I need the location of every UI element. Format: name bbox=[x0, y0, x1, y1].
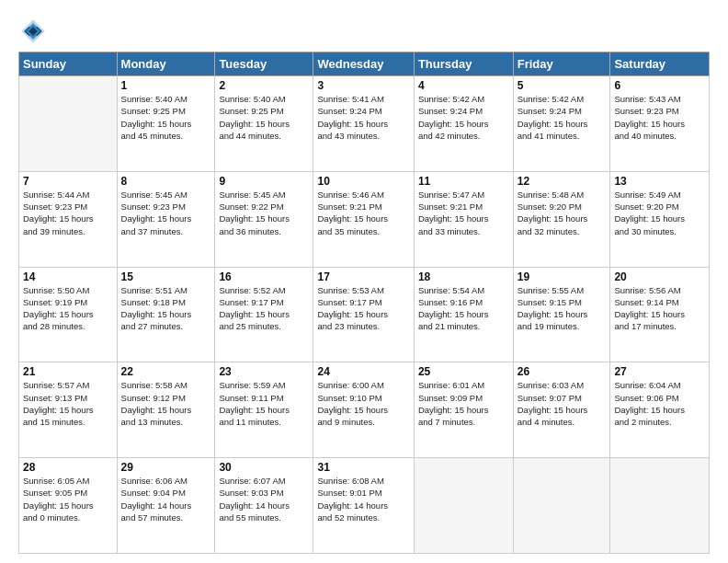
day-info: Sunrise: 5:55 AMSunset: 9:15 PMDaylight:… bbox=[518, 284, 607, 333]
day-cell: 17Sunrise: 5:53 AMSunset: 9:17 PMDayligh… bbox=[313, 267, 414, 362]
day-cell: 23Sunrise: 5:59 AMSunset: 9:11 PMDayligh… bbox=[215, 362, 313, 458]
day-info: Sunrise: 5:42 AMSunset: 9:24 PMDaylight:… bbox=[518, 93, 607, 142]
header-row: SundayMondayTuesdayWednesdayThursdayFrid… bbox=[19, 52, 710, 76]
day-info: Sunrise: 5:52 AMSunset: 9:17 PMDaylight:… bbox=[219, 284, 309, 333]
day-number: 12 bbox=[518, 175, 607, 188]
day-number: 16 bbox=[219, 270, 309, 283]
day-info: Sunrise: 5:57 AMSunset: 9:13 PMDaylight:… bbox=[23, 379, 113, 428]
header-cell-wednesday: Wednesday bbox=[313, 52, 414, 76]
day-info: Sunrise: 5:54 AMSunset: 9:16 PMDaylight:… bbox=[418, 284, 509, 333]
day-number: 25 bbox=[418, 365, 509, 378]
day-number: 10 bbox=[317, 175, 409, 188]
page: SundayMondayTuesdayWednesdayThursdayFrid… bbox=[0, 0, 728, 563]
header-cell-saturday: Saturday bbox=[610, 52, 710, 76]
day-info: Sunrise: 5:51 AMSunset: 9:18 PMDaylight:… bbox=[121, 284, 211, 333]
day-number: 26 bbox=[518, 365, 607, 378]
day-cell: 24Sunrise: 6:00 AMSunset: 9:10 PMDayligh… bbox=[313, 362, 414, 458]
day-info: Sunrise: 5:43 AMSunset: 9:23 PMDaylight:… bbox=[614, 93, 705, 142]
day-info: Sunrise: 5:45 AMSunset: 9:22 PMDaylight:… bbox=[219, 189, 309, 237]
day-info: Sunrise: 5:42 AMSunset: 9:24 PMDaylight:… bbox=[418, 93, 509, 142]
day-cell bbox=[610, 458, 710, 554]
day-cell: 11Sunrise: 5:47 AMSunset: 9:21 PMDayligh… bbox=[414, 171, 513, 267]
day-cell: 4Sunrise: 5:42 AMSunset: 9:24 PMDaylight… bbox=[414, 76, 513, 172]
day-number: 5 bbox=[518, 79, 607, 92]
day-number: 30 bbox=[219, 461, 309, 474]
day-number: 24 bbox=[317, 365, 409, 378]
day-number: 3 bbox=[317, 79, 409, 92]
day-info: Sunrise: 6:07 AMSunset: 9:03 PMDaylight:… bbox=[219, 475, 309, 523]
day-number: 8 bbox=[121, 175, 211, 188]
day-cell: 20Sunrise: 5:56 AMSunset: 9:14 PMDayligh… bbox=[610, 267, 710, 362]
day-info: Sunrise: 5:40 AMSunset: 9:25 PMDaylight:… bbox=[121, 93, 211, 142]
day-info: Sunrise: 5:58 AMSunset: 9:12 PMDaylight:… bbox=[121, 379, 211, 428]
day-number: 13 bbox=[614, 175, 705, 188]
day-number: 27 bbox=[614, 365, 705, 378]
day-number: 17 bbox=[317, 270, 409, 283]
day-cell: 29Sunrise: 6:06 AMSunset: 9:04 PMDayligh… bbox=[117, 458, 215, 554]
day-number: 28 bbox=[23, 461, 113, 474]
day-number: 22 bbox=[121, 365, 211, 378]
day-number: 29 bbox=[121, 461, 211, 474]
day-cell bbox=[19, 76, 118, 172]
day-number: 4 bbox=[418, 79, 509, 92]
day-cell: 16Sunrise: 5:52 AMSunset: 9:17 PMDayligh… bbox=[215, 267, 313, 362]
calendar-header: SundayMondayTuesdayWednesdayThursdayFrid… bbox=[19, 52, 710, 76]
day-cell bbox=[513, 458, 610, 554]
day-cell: 5Sunrise: 5:42 AMSunset: 9:24 PMDaylight… bbox=[513, 76, 610, 172]
day-number: 21 bbox=[23, 365, 113, 378]
week-row-5: 28Sunrise: 6:05 AMSunset: 9:05 PMDayligh… bbox=[19, 458, 710, 554]
day-info: Sunrise: 5:49 AMSunset: 9:20 PMDaylight:… bbox=[614, 189, 705, 237]
day-cell: 10Sunrise: 5:46 AMSunset: 9:21 PMDayligh… bbox=[313, 171, 414, 267]
day-number: 14 bbox=[23, 270, 113, 283]
day-info: Sunrise: 6:04 AMSunset: 9:06 PMDaylight:… bbox=[614, 379, 705, 428]
day-cell: 2Sunrise: 5:40 AMSunset: 9:25 PMDaylight… bbox=[215, 76, 313, 172]
day-cell: 21Sunrise: 5:57 AMSunset: 9:13 PMDayligh… bbox=[19, 362, 118, 458]
logo-icon bbox=[18, 17, 48, 46]
day-cell: 7Sunrise: 5:44 AMSunset: 9:23 PMDaylight… bbox=[19, 171, 118, 267]
day-info: Sunrise: 5:44 AMSunset: 9:23 PMDaylight:… bbox=[23, 189, 113, 237]
day-number: 23 bbox=[219, 365, 309, 378]
header bbox=[18, 17, 710, 46]
day-cell: 3Sunrise: 5:41 AMSunset: 9:24 PMDaylight… bbox=[313, 76, 414, 172]
day-cell bbox=[414, 458, 513, 554]
day-cell: 18Sunrise: 5:54 AMSunset: 9:16 PMDayligh… bbox=[414, 267, 513, 362]
header-cell-tuesday: Tuesday bbox=[215, 52, 313, 76]
day-info: Sunrise: 6:00 AMSunset: 9:10 PMDaylight:… bbox=[317, 379, 409, 428]
day-info: Sunrise: 6:08 AMSunset: 9:01 PMDaylight:… bbox=[317, 475, 409, 523]
day-info: Sunrise: 5:48 AMSunset: 9:20 PMDaylight:… bbox=[518, 189, 607, 237]
day-info: Sunrise: 6:05 AMSunset: 9:05 PMDaylight:… bbox=[23, 475, 113, 523]
header-cell-sunday: Sunday bbox=[19, 52, 118, 76]
week-row-4: 21Sunrise: 5:57 AMSunset: 9:13 PMDayligh… bbox=[19, 362, 710, 458]
day-cell: 31Sunrise: 6:08 AMSunset: 9:01 PMDayligh… bbox=[313, 458, 414, 554]
day-info: Sunrise: 5:41 AMSunset: 9:24 PMDaylight:… bbox=[317, 93, 409, 142]
day-cell: 13Sunrise: 5:49 AMSunset: 9:20 PMDayligh… bbox=[610, 171, 710, 267]
day-cell: 1Sunrise: 5:40 AMSunset: 9:25 PMDaylight… bbox=[117, 76, 215, 172]
day-number: 2 bbox=[219, 79, 309, 92]
calendar-table: SundayMondayTuesdayWednesdayThursdayFrid… bbox=[18, 52, 710, 554]
day-number: 9 bbox=[219, 175, 309, 188]
day-info: Sunrise: 5:56 AMSunset: 9:14 PMDaylight:… bbox=[614, 284, 705, 333]
day-number: 1 bbox=[121, 79, 211, 92]
day-cell: 25Sunrise: 6:01 AMSunset: 9:09 PMDayligh… bbox=[414, 362, 513, 458]
day-cell: 30Sunrise: 6:07 AMSunset: 9:03 PMDayligh… bbox=[215, 458, 313, 554]
header-cell-monday: Monday bbox=[117, 52, 215, 76]
logo bbox=[18, 17, 53, 46]
day-info: Sunrise: 6:01 AMSunset: 9:09 PMDaylight:… bbox=[418, 379, 509, 428]
day-cell: 9Sunrise: 5:45 AMSunset: 9:22 PMDaylight… bbox=[215, 171, 313, 267]
day-cell: 15Sunrise: 5:51 AMSunset: 9:18 PMDayligh… bbox=[117, 267, 215, 362]
day-info: Sunrise: 6:03 AMSunset: 9:07 PMDaylight:… bbox=[518, 379, 607, 428]
day-info: Sunrise: 5:40 AMSunset: 9:25 PMDaylight:… bbox=[219, 93, 309, 142]
day-info: Sunrise: 5:46 AMSunset: 9:21 PMDaylight:… bbox=[317, 189, 409, 237]
day-number: 20 bbox=[614, 270, 705, 283]
calendar-body: 1Sunrise: 5:40 AMSunset: 9:25 PMDaylight… bbox=[19, 76, 710, 554]
day-info: Sunrise: 5:47 AMSunset: 9:21 PMDaylight:… bbox=[418, 189, 509, 237]
day-cell: 27Sunrise: 6:04 AMSunset: 9:06 PMDayligh… bbox=[610, 362, 710, 458]
day-cell: 22Sunrise: 5:58 AMSunset: 9:12 PMDayligh… bbox=[117, 362, 215, 458]
week-row-1: 1Sunrise: 5:40 AMSunset: 9:25 PMDaylight… bbox=[19, 76, 710, 172]
day-info: Sunrise: 5:50 AMSunset: 9:19 PMDaylight:… bbox=[23, 284, 113, 333]
day-number: 7 bbox=[23, 175, 113, 188]
week-row-2: 7Sunrise: 5:44 AMSunset: 9:23 PMDaylight… bbox=[19, 171, 710, 267]
day-info: Sunrise: 6:06 AMSunset: 9:04 PMDaylight:… bbox=[121, 475, 211, 523]
header-cell-friday: Friday bbox=[513, 52, 610, 76]
day-cell: 19Sunrise: 5:55 AMSunset: 9:15 PMDayligh… bbox=[513, 267, 610, 362]
